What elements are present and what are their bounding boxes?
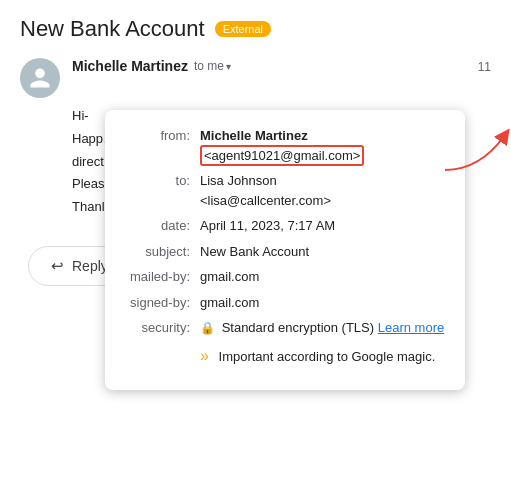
date-value: April 11, 2023, 7:17 AM (200, 216, 445, 236)
important-value: » Important according to Google magic. (200, 344, 445, 368)
tooltip-date-row: date: April 11, 2023, 7:17 AM (125, 216, 445, 236)
avatar (20, 58, 60, 98)
date-label: date: (125, 216, 200, 236)
mailed-by-label: mailed-by: (125, 267, 200, 287)
tooltip-security-row: security: 🔒 Standard encryption (TLS) Le… (125, 318, 445, 338)
subject-label: subject: (125, 242, 200, 262)
from-label: from: (125, 126, 200, 146)
to-email: <lisa@callcenter.com> (200, 193, 331, 208)
sender-name-row: Michelle Martinez to me ▾ (72, 58, 466, 74)
tooltip-card: from: Michelle Martinez <agent91021@gmai… (105, 110, 465, 390)
reply-label: Reply (72, 258, 108, 274)
email-header: New Bank Account External (20, 16, 491, 42)
tooltip-mailed-row: mailed-by: gmail.com (125, 267, 445, 287)
to-me-dropdown[interactable]: to me ▾ (194, 59, 231, 73)
message-count: 11 (478, 58, 491, 74)
tooltip-from-row: from: Michelle Martinez <agent91021@gmai… (125, 126, 445, 165)
star-icon: » (200, 347, 209, 364)
learn-more-link[interactable]: Learn more (378, 320, 444, 335)
from-email: <agent91021@gmail.com> (204, 148, 360, 163)
reply-icon: ↩ (51, 257, 64, 275)
email-subject: New Bank Account (20, 16, 205, 42)
from-email-highlight: <agent91021@gmail.com> (200, 145, 364, 166)
signed-by-value: gmail.com (200, 293, 445, 313)
subject-value: New Bank Account (200, 242, 445, 262)
lock-icon: 🔒 (200, 321, 215, 335)
to-name: Lisa Johnson (200, 173, 277, 188)
from-value: Michelle Martinez <agent91021@gmail.com> (200, 126, 445, 165)
person-icon (28, 66, 52, 90)
to-label: to: (125, 171, 200, 191)
signed-by-label: signed-by: (125, 293, 200, 313)
tooltip-important-row: » Important according to Google magic. (125, 344, 445, 368)
sender-name: Michelle Martinez (72, 58, 188, 74)
external-badge: External (215, 21, 271, 37)
mailed-by-value: gmail.com (200, 267, 445, 287)
security-label: security: (125, 318, 200, 338)
sender-row: Michelle Martinez to me ▾ 11 (20, 58, 491, 98)
chevron-down-icon: ▾ (226, 61, 231, 72)
to-value: Lisa Johnson <lisa@callcenter.com> (200, 171, 445, 210)
sender-info: Michelle Martinez to me ▾ (72, 58, 466, 74)
from-name: Michelle Martinez (200, 128, 308, 143)
tooltip-subject-row: subject: New Bank Account (125, 242, 445, 262)
tooltip-signed-row: signed-by: gmail.com (125, 293, 445, 313)
security-value: 🔒 Standard encryption (TLS) Learn more (200, 318, 445, 338)
tooltip-to-row: to: Lisa Johnson <lisa@callcenter.com> (125, 171, 445, 210)
email-container: New Bank Account External Michelle Marti… (0, 0, 511, 302)
